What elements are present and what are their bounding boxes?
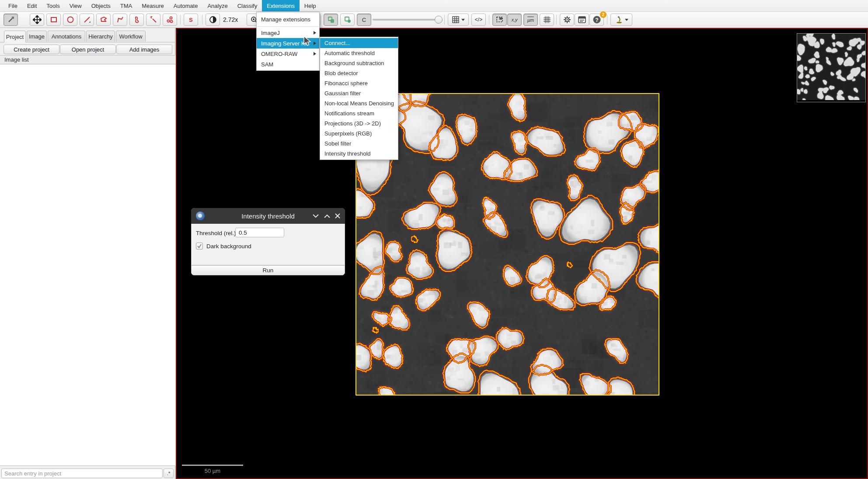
- dialog-expand-button[interactable]: [322, 212, 332, 220]
- points-tool-button[interactable]: [163, 14, 177, 26]
- brush-tool-icon: [133, 16, 141, 24]
- open-project-button[interactable]: Open project: [60, 45, 116, 54]
- submenu-item-nonlocal-means-denoising[interactable]: Non-local Means Denoising: [320, 98, 398, 108]
- menu-edit[interactable]: Edit: [22, 0, 42, 11]
- submenu-item-background-subtraction[interactable]: Background subtraction: [320, 58, 398, 68]
- dialog-title-bar[interactable]: Intensity threshold: [191, 208, 345, 224]
- move-tool-button[interactable]: [30, 14, 44, 26]
- overview-thumbnail-canvas: [797, 34, 865, 100]
- dropdown-caret-icon: [461, 19, 465, 21]
- create-project-button[interactable]: Create project: [3, 45, 59, 54]
- dialog-close-button[interactable]: [333, 212, 342, 220]
- script-editor-button[interactable]: </>: [471, 14, 486, 26]
- submenu-item-gaussian-filter[interactable]: Gaussian filter: [320, 88, 398, 98]
- submenu-item-sobel-filter[interactable]: Sobel filter: [320, 139, 398, 149]
- submenu-item-intensity-threshold[interactable]: Intensity threshold: [320, 149, 398, 159]
- measurement-tables-button[interactable]: [448, 14, 469, 26]
- search-input[interactable]: [1, 469, 163, 478]
- tab-image[interactable]: Image: [27, 31, 47, 42]
- toolbar-separator: [556, 15, 557, 24]
- svg-text:?: ?: [595, 17, 598, 23]
- show-location-button[interactable]: x,y: [507, 14, 522, 26]
- image-list[interactable]: [0, 65, 175, 466]
- run-button[interactable]: Run: [191, 265, 345, 275]
- selection-mode-button[interactable]: S: [184, 14, 198, 26]
- detections-filled-icon: [344, 16, 352, 24]
- menu-item-sam[interactable]: SAM: [257, 59, 319, 69]
- polygon-tool-button[interactable]: [96, 14, 111, 26]
- show-detections-button[interactable]: [324, 14, 338, 26]
- menu-extensions[interactable]: Extensions: [262, 0, 300, 11]
- pixel-classification-button[interactable]: C: [357, 14, 371, 26]
- pointer-tool-button[interactable]: [3, 14, 18, 26]
- submenu-item-superpixels-rgb[interactable]: Superpixels (RGB): [320, 128, 398, 139]
- line-tool-icon: [83, 16, 91, 24]
- show-scalebar-button[interactable]: µm: [523, 14, 538, 26]
- server-kit-toolbar-button[interactable]: [610, 14, 632, 26]
- wand-tool-icon: [150, 16, 157, 24]
- overview-thumbnail[interactable]: [797, 33, 866, 102]
- menu-help[interactable]: Help: [300, 0, 321, 11]
- tab-hierarchy[interactable]: Hierarchy: [86, 31, 115, 42]
- menu-objects[interactable]: Objects: [87, 0, 115, 11]
- show-overview-button[interactable]: [492, 14, 507, 26]
- preferences-button[interactable]: [560, 14, 574, 26]
- menu-item-manage-extensions[interactable]: Manage extensions: [257, 13, 319, 25]
- brush-tool-button[interactable]: [129, 14, 144, 26]
- dark-background-checkbox[interactable]: [196, 243, 203, 250]
- classification-label: C: [362, 17, 366, 23]
- opacity-slider-handle[interactable]: [435, 16, 443, 24]
- menu-view[interactable]: View: [65, 0, 87, 11]
- analysis-pane: Project Image Annotations Hierarchy Work…: [0, 28, 175, 479]
- tab-annotations[interactable]: Annotations: [48, 31, 85, 42]
- submenu-item-notifications-stream[interactable]: Notifications stream: [320, 108, 398, 118]
- rectangle-tool-button[interactable]: [46, 14, 61, 26]
- tabs-underline: [0, 42, 175, 42]
- polyline-tool-button[interactable]: [113, 14, 127, 26]
- menu-tools[interactable]: Tools: [42, 0, 64, 11]
- toolbar-separator: [180, 15, 181, 24]
- menu-analyze[interactable]: Analyze: [202, 0, 232, 11]
- opacity-slider-track[interactable]: [373, 19, 442, 21]
- show-log-button[interactable]: [575, 14, 589, 26]
- qupath-window: File Edit Tools View Objects TMA Measure…: [0, 0, 868, 479]
- menu-item-omero-raw[interactable]: OMERO-RAW: [257, 49, 319, 59]
- menu-tma[interactable]: TMA: [115, 0, 137, 11]
- help-icon: ?: [593, 15, 601, 24]
- menu-file[interactable]: File: [3, 0, 22, 11]
- microscope-icon: [615, 16, 623, 24]
- menu-separator: [257, 26, 319, 27]
- magnification-label[interactable]: 2.72x: [223, 14, 238, 26]
- regex-toggle-button[interactable]: .*: [164, 469, 174, 478]
- dropdown-caret-icon: [625, 19, 628, 21]
- threshold-input[interactable]: [235, 228, 284, 237]
- help-button[interactable]: ? 2: [589, 14, 604, 26]
- wand-tool-button[interactable]: [146, 14, 160, 26]
- submenu-item-fibonacci-sphere[interactable]: Fibonacci sphere: [320, 78, 398, 88]
- image-list-header: Image list: [0, 55, 175, 64]
- menu-item-label: Imaging Server Kit: [261, 40, 308, 47]
- dialog-collapse-button[interactable]: [311, 212, 321, 220]
- grid-icon: [544, 16, 551, 23]
- menu-automate[interactable]: Automate: [169, 0, 203, 11]
- menu-classify[interactable]: Classify: [233, 0, 262, 11]
- intensity-threshold-dialog: Intensity threshold Threshold (rel.) Dar…: [191, 208, 345, 275]
- menu-measure[interactable]: Measure: [137, 0, 169, 11]
- add-images-button[interactable]: Add images: [116, 45, 172, 54]
- fill-detections-button[interactable]: [340, 14, 355, 26]
- submenu-item-automatic-threshold[interactable]: Automatic threshold: [320, 48, 398, 58]
- overview-icon: [496, 16, 504, 24]
- ellipse-tool-button[interactable]: [63, 14, 77, 26]
- contrast-icon: [209, 16, 217, 24]
- submenu-item-blob-detector[interactable]: Blob detector: [320, 68, 398, 78]
- segmented-image-canvas[interactable]: [356, 93, 659, 396]
- show-grid-button[interactable]: [540, 14, 554, 26]
- brightness-contrast-button[interactable]: [206, 14, 220, 26]
- scalebar-label: 50 µm: [182, 468, 243, 474]
- submenu-item-connect[interactable]: Connect...: [320, 38, 398, 48]
- submenu-item-projections-3d-2d[interactable]: Projections (3D -> 2D): [320, 118, 398, 128]
- tab-project[interactable]: Project: [4, 31, 26, 42]
- close-icon: [335, 213, 340, 219]
- line-tool-button[interactable]: [80, 14, 94, 26]
- tab-workflow[interactable]: Workflow: [116, 31, 146, 42]
